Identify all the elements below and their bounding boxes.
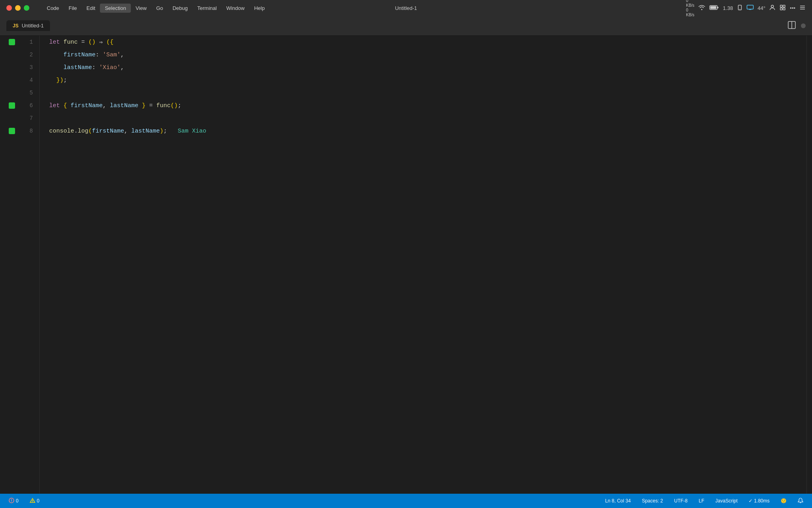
breakpoint-1[interactable] [9,39,15,45]
split-editor-button[interactable] [787,21,796,31]
token-8-1: . [74,128,78,135]
svg-rect-5 [747,5,753,9]
tab-js-icon: JS [13,23,19,29]
eol-label: LF [699,498,704,504]
token-6-9: func [156,102,170,109]
menu-debug[interactable]: Debug [168,4,192,13]
token-6-5: lastName [110,102,138,109]
warning-count-label: 0 [37,498,40,504]
bell-icon [798,498,803,504]
tab-label: Untitled-1 [22,23,44,29]
menu-go[interactable]: Go [151,4,168,13]
status-bar: 0 0 Ln 8, Col 34 Spaces: 2 UTF-8 LF [0,494,812,508]
menu-edit[interactable]: Edit [82,4,100,13]
token-1-5: ⇒ [99,38,103,46]
warning-icon [30,498,35,504]
perf-check[interactable]: ✓ 1.80ms [746,497,772,504]
menu-selection[interactable]: Selection [100,4,130,13]
temp-display: 44° [758,5,766,11]
encoding-setting[interactable]: UTF-8 [672,497,690,504]
notification-button[interactable] [795,497,806,505]
menu-help[interactable]: Help [249,4,270,13]
spaces-setting[interactable]: Spaces: 2 [640,497,665,504]
tab-actions [787,21,806,31]
title-bar: Code File Edit Selection View Go Debug T… [0,0,812,16]
svg-rect-12 [783,8,785,10]
code-line-5 [40,87,806,99]
indent-3 [49,64,63,71]
token-3-0: lastName [63,64,92,71]
token-2-2: 'Sam' [103,52,121,58]
status-left: 0 0 [6,497,42,505]
line-number-2[interactable]: 2 [20,48,39,61]
user-icon [769,4,776,12]
gutter-line-7 [0,112,20,125]
list-icon [799,4,806,12]
close-button[interactable] [6,5,12,11]
menu-bar: Code File Edit Selection View Go Debug T… [36,4,686,13]
language-label: JavaScript [715,498,737,504]
maximize-button[interactable] [24,5,29,11]
line-number-7[interactable]: 7 [20,112,39,125]
svg-point-20 [11,501,12,502]
unsaved-indicator [801,23,806,28]
menu-terminal[interactable]: Terminal [193,4,222,13]
svg-rect-1 [717,7,718,8]
breakpoint-gutter [0,36,20,494]
error-icon [9,498,14,504]
token-3-3: , [121,64,124,71]
breakpoint-8[interactable] [9,128,15,134]
token-4-0: }) [56,77,63,84]
feedback-button[interactable]: 🙂 [778,497,789,504]
menu-view[interactable]: View [131,4,151,13]
token-2-0: firstName [63,52,96,58]
error-count[interactable]: 0 [6,497,21,505]
code-line-4: }); [40,74,806,87]
status-right: Ln 8, Col 34 Spaces: 2 UTF-8 LF JavaScri… [603,497,806,505]
minimize-button[interactable] [15,5,21,11]
token-1-0: let [49,39,63,46]
eol-setting[interactable]: LF [696,497,707,504]
tab-bar: JS Untitled-1 [0,16,812,36]
token-1-7: ({ [106,39,113,46]
cursor-position[interactable]: Ln 8, Col 34 [603,497,633,504]
token-6-3: firstName [71,102,103,109]
wifi-icon [698,5,705,12]
gutter-line-8 [0,125,20,137]
token-6-2 [67,102,71,109]
svg-rect-11 [780,8,782,10]
tab-untitled-1[interactable]: JS Untitled-1 [6,20,50,31]
gutter-line-1 [0,36,20,48]
warning-count[interactable]: 0 [27,497,42,505]
language-mode[interactable]: JavaScript [713,497,740,504]
breakpoint-6[interactable] [9,102,15,109]
token-8-6: lastName [131,128,160,135]
line-number-1[interactable]: 1 [20,36,39,48]
code-editor[interactable]: let func = () ⇒ ({ firstName: 'Sam', las… [40,36,806,494]
spaces-label: Spaces: 2 [642,498,663,504]
encoding-label: UTF-8 [674,498,688,504]
menu-code[interactable]: Code [42,4,64,13]
token-8-2: log [78,128,88,135]
line-number-3[interactable]: 3 [20,61,39,74]
line-number-5[interactable]: 5 [20,87,39,99]
code-line-7 [40,112,806,125]
svg-rect-2 [710,6,716,9]
token-6-8: = [146,102,156,109]
token-1-6 [103,39,106,46]
code-line-1: let func = () ⇒ ({ [40,36,806,48]
token-6-7: } [142,102,146,109]
code-line-6: let { firstName, lastName } = func(); [40,99,806,112]
code-line-2: firstName: 'Sam', [40,48,806,61]
line-number-4[interactable]: 4 [20,74,39,87]
svg-point-22 [32,501,33,502]
token-4-1: ; [63,77,67,84]
menu-file[interactable]: File [64,4,82,13]
line-number-8[interactable]: 8 [20,125,39,137]
token-6-10: () [170,102,178,109]
line-number-6[interactable]: 6 [20,99,39,112]
menu-window[interactable]: Window [222,4,249,13]
more-icon: ••• [790,5,795,11]
token-2-1: : [96,52,103,58]
scrollbar[interactable] [806,36,812,494]
